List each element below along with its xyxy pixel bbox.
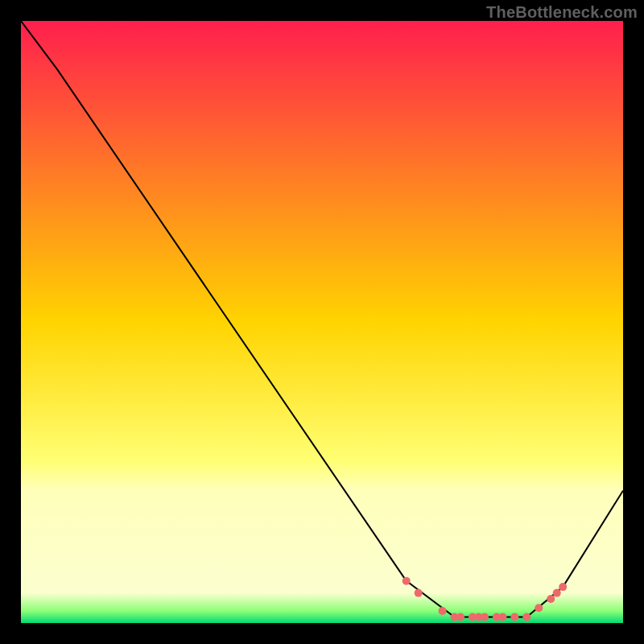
highlight-dot (415, 589, 423, 597)
chart-frame: TheBottleneck.com (0, 0, 644, 644)
highlight-dot (522, 613, 530, 621)
highlight-dot (510, 613, 518, 621)
attribution-label: TheBottleneck.com (486, 3, 638, 22)
highlight-dot (553, 589, 561, 597)
highlight-dot (498, 613, 506, 621)
highlight-dot (547, 595, 555, 603)
highlight-dot (456, 613, 464, 621)
highlight-dot (402, 577, 411, 585)
highlight-dot (535, 604, 543, 612)
bottleneck-chart (21, 21, 623, 623)
highlight-dot (559, 583, 567, 591)
highlight-dot (481, 613, 489, 621)
highlight-dot (439, 607, 447, 615)
gradient-background (21, 21, 623, 623)
